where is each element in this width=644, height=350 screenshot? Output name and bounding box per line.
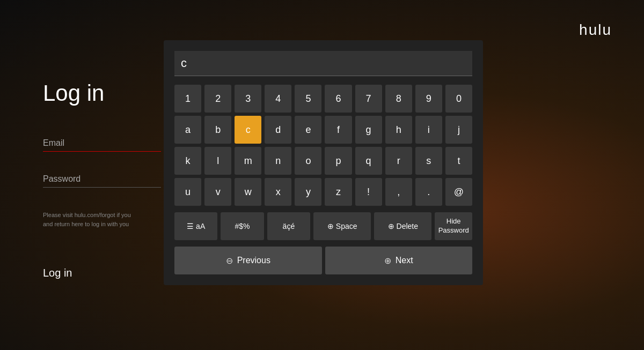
key-q[interactable]: q [355,147,382,175]
key-3[interactable]: 3 [235,85,261,113]
email-label: Email [43,138,161,148]
key-0[interactable]: 0 [445,85,472,113]
email-underline [43,151,161,152]
previous-button[interactable]: ⊖ Previous [174,247,322,274]
key-hide-password[interactable]: Hide Password [435,212,472,240]
keyboard-row-a-j: a b c d e f g h i j [174,116,472,144]
key-7[interactable]: 7 [355,85,382,113]
key-h[interactable]: h [385,116,412,144]
key-y[interactable]: y [295,178,321,206]
key-period[interactable]: . [415,178,442,206]
key-exclaim[interactable]: ! [355,178,382,206]
key-j[interactable]: j [445,116,472,144]
keyboard-rows: 1 2 3 4 5 6 7 8 9 0 a b c d e f g h i j … [174,85,472,274]
key-d[interactable]: d [265,116,291,144]
key-symbols[interactable]: #$% [221,212,264,240]
key-g[interactable]: g [355,116,382,144]
key-e[interactable]: e [295,116,321,144]
space-icon: ⊕ [327,222,334,230]
password-label: Password [43,174,161,184]
key-5[interactable]: 5 [295,85,321,113]
key-p[interactable]: p [325,147,352,175]
forgot-password-text: Please visit hulu.com/forgot if you and … [43,211,161,228]
email-field-container: Email [43,138,161,152]
keyboard-row-numbers: 1 2 3 4 5 6 7 8 9 0 [174,85,472,113]
key-delete[interactable]: ⊕ Delete [374,212,431,240]
key-z[interactable]: z [325,178,352,206]
key-t[interactable]: t [445,147,472,175]
keyboard-row-k-t: k l m n o p q r s t [174,147,472,175]
password-underline [43,187,161,188]
next-icon: ⊕ [384,256,391,266]
key-o[interactable]: o [295,147,321,175]
case-icon: ☰ [187,222,194,230]
key-v[interactable]: v [204,178,231,206]
key-9[interactable]: 9 [415,85,442,113]
key-w[interactable]: w [235,178,261,206]
keyboard-input[interactable] [174,51,472,76]
hulu-logo: hulu [579,21,612,39]
previous-icon: ⊖ [226,256,233,266]
next-button[interactable]: ⊕ Next [325,247,473,274]
key-accents[interactable]: äçé [267,212,310,240]
key-u[interactable]: u [174,178,201,206]
next-label: Next [396,256,413,265]
key-x[interactable]: x [265,178,291,206]
previous-label: Previous [237,256,270,265]
keyboard-overlay: 1 2 3 4 5 6 7 8 9 0 a b c d e f g h i j … [164,40,483,285]
key-6[interactable]: 6 [325,85,352,113]
keyboard-nav-row: ⊖ Previous ⊕ Next [174,247,472,274]
key-at[interactable]: @ [445,178,472,206]
password-field-container: Password [43,174,161,188]
space-label: Space [336,222,357,230]
key-n[interactable]: n [265,147,291,175]
key-s[interactable]: s [415,147,442,175]
delete-icon: ⊕ [388,222,394,230]
key-f[interactable]: f [325,116,352,144]
key-case-toggle[interactable]: ☰ aA [174,212,217,240]
delete-label: Delete [397,222,418,230]
keyboard-action-row: ☰ aA #$% äçé ⊕ Space ⊕ Delete Hide Passw… [174,212,472,240]
key-m[interactable]: m [235,147,261,175]
key-8[interactable]: 8 [385,85,412,113]
case-label: aA [196,222,205,230]
login-button[interactable]: Log in [43,267,72,279]
keyboard-row-u-at: u v w x y z ! , . @ [174,178,472,206]
key-4[interactable]: 4 [265,85,291,113]
key-2[interactable]: 2 [204,85,231,113]
key-k[interactable]: k [174,147,201,175]
key-r[interactable]: r [385,147,412,175]
key-comma[interactable]: , [385,178,412,206]
key-l[interactable]: l [204,147,231,175]
key-b[interactable]: b [204,116,231,144]
key-i[interactable]: i [415,116,442,144]
key-c[interactable]: c [235,116,261,144]
key-a[interactable]: a [174,116,201,144]
login-title: Log in [43,80,104,106]
key-1[interactable]: 1 [174,85,201,113]
key-space[interactable]: ⊕ Space [313,212,371,240]
